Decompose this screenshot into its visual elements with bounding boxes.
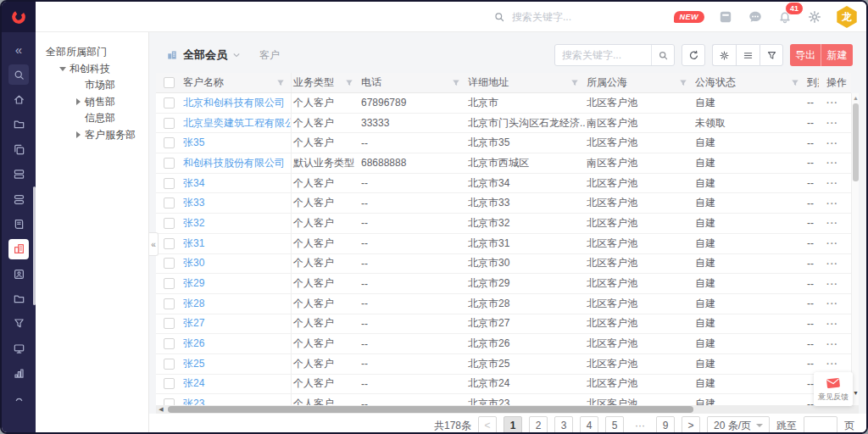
export-button[interactable]: 导出 [790, 44, 821, 66]
column-filter-icon[interactable] [276, 79, 285, 87]
row-actions-button[interactable]: ··· [826, 218, 838, 228]
page-button-3[interactable]: 3 [554, 416, 573, 434]
customer-name-link[interactable]: 张25 [183, 357, 204, 371]
customer-name-link[interactable]: 张30 [183, 256, 204, 270]
customer-name-link[interactable]: 张34 [183, 176, 204, 191]
refresh-button[interactable] [682, 44, 705, 66]
copy-icon[interactable] [8, 139, 29, 159]
tree-item-1[interactable]: 和创科技 [36, 61, 148, 78]
tree-item-0[interactable]: 全部所属部门 [36, 44, 148, 61]
column-filter-icon[interactable] [570, 79, 579, 87]
contact-card-icon[interactable] [8, 264, 29, 284]
list-card2-icon[interactable] [8, 189, 29, 209]
tree-item-2[interactable]: 市场部 [36, 77, 148, 94]
tree-item-5[interactable]: 客户服务部 [36, 127, 148, 144]
scroll-up-arrow-icon[interactable]: ▲ [852, 95, 860, 102]
row-checkbox[interactable] [164, 398, 175, 405]
funnel-icon[interactable] [8, 314, 29, 334]
row-actions-button[interactable]: ··· [826, 158, 838, 168]
tree-item-3[interactable]: 销售部 [36, 94, 148, 111]
view-title[interactable]: 全部会员 [183, 47, 227, 63]
page-size-select[interactable]: 20 条/页 [707, 416, 770, 434]
row-actions-button[interactable]: ··· [826, 339, 838, 349]
folder-icon[interactable] [8, 114, 29, 135]
customer-name-link[interactable]: 张32 [183, 216, 204, 231]
customer-name-link[interactable]: 北京和创科技有限公司 [183, 96, 285, 110]
select-all-checkbox[interactable] [164, 77, 175, 88]
prev-page-button[interactable]: < [478, 416, 497, 434]
customer-name-link[interactable]: 张24 [183, 376, 204, 391]
caret-down-icon[interactable] [59, 67, 66, 71]
customer-name-link[interactable]: 张23 [183, 397, 204, 405]
global-search[interactable] [493, 2, 648, 32]
column-filter-icon[interactable] [452, 79, 460, 87]
scroll-down-arrow-icon[interactable]: ▼ [852, 390, 860, 397]
row-actions-button[interactable]: ··· [826, 279, 838, 289]
global-search-input[interactable] [512, 11, 648, 23]
feedback-button[interactable]: 意见反馈 [814, 372, 853, 406]
page-button-2[interactable]: 2 [529, 416, 548, 434]
row-checkbox[interactable] [164, 218, 175, 229]
building-icon[interactable] [8, 239, 29, 259]
collapse-panel-handle[interactable]: « [149, 232, 159, 256]
horizontal-scrollbar[interactable]: ◀ [156, 405, 859, 414]
scroll-left-arrow-icon[interactable]: ◀ [156, 406, 166, 413]
list-search-input[interactable] [555, 49, 651, 61]
customer-name-link[interactable]: 张27 [183, 316, 204, 331]
horizontal-scroll-thumb[interactable] [168, 406, 693, 413]
row-actions-button[interactable]: ··· [826, 97, 838, 108]
row-checkbox[interactable] [164, 118, 175, 129]
row-checkbox[interactable] [164, 318, 175, 329]
column-filter-icon[interactable] [345, 79, 353, 87]
caret-right-icon[interactable] [75, 98, 81, 105]
app-logo[interactable] [2, 2, 36, 32]
monitor-icon[interactable] [8, 338, 29, 359]
more-icon[interactable] [8, 388, 29, 409]
row-actions-button[interactable]: ··· [826, 259, 838, 269]
row-actions-button[interactable]: ··· [826, 238, 838, 248]
caret-right-icon[interactable] [75, 131, 81, 138]
chevron-down-icon[interactable] [232, 51, 241, 59]
row-checkbox[interactable] [164, 238, 175, 249]
row-checkbox[interactable] [164, 359, 175, 370]
page-button-4[interactable]: 4 [580, 416, 598, 434]
collapse-icon[interactable]: « [8, 40, 29, 60]
row-checkbox[interactable] [164, 298, 175, 309]
row-checkbox[interactable] [164, 258, 175, 269]
book-icon[interactable] [8, 214, 29, 234]
customer-name-link[interactable]: 张28 [183, 297, 204, 311]
search-icon[interactable] [8, 64, 29, 85]
row-actions-button[interactable]: ··· [826, 138, 838, 148]
list-search[interactable] [554, 44, 675, 66]
folder2-icon[interactable] [8, 289, 29, 309]
customer-name-link[interactable]: 北京皇奕建筑工程有限公司 [183, 116, 292, 131]
row-actions-button[interactable]: ··· [826, 319, 838, 329]
row-checkbox[interactable] [164, 178, 175, 189]
create-button[interactable]: 新建 [821, 44, 853, 66]
row-checkbox[interactable] [164, 97, 175, 108]
row-actions-button[interactable]: ··· [826, 198, 838, 209]
settings-button[interactable] [712, 44, 736, 66]
bar-chart-icon[interactable] [8, 364, 29, 384]
row-checkbox[interactable] [164, 137, 175, 148]
jump-page-input[interactable] [804, 416, 837, 434]
row-actions-button[interactable]: ··· [826, 298, 838, 309]
customer-name-link[interactable]: 张26 [183, 337, 204, 351]
customer-name-link[interactable]: 张29 [183, 276, 204, 291]
page-button-1[interactable]: 1 [504, 416, 522, 434]
row-checkbox[interactable] [164, 378, 175, 389]
gear-icon[interactable] [806, 8, 823, 25]
filter-button[interactable] [760, 44, 783, 66]
customer-name-link[interactable]: 张31 [183, 236, 204, 251]
row-checkbox[interactable] [164, 278, 175, 289]
home-icon[interactable] [8, 89, 29, 109]
tab-customer[interactable]: 客户 [259, 48, 280, 63]
next-page-button[interactable]: > [682, 416, 700, 434]
journal-icon[interactable] [717, 8, 734, 25]
row-actions-button[interactable]: ··· [826, 359, 838, 369]
vertical-scrollbar[interactable]: ▲ ▼ [851, 93, 859, 405]
avatar[interactable]: 龙 [836, 6, 858, 28]
row-checkbox[interactable] [164, 158, 175, 169]
customer-name-link[interactable]: 和创科技股份有限公司 [183, 156, 285, 170]
tree-item-4[interactable]: 信息部 [36, 110, 148, 127]
